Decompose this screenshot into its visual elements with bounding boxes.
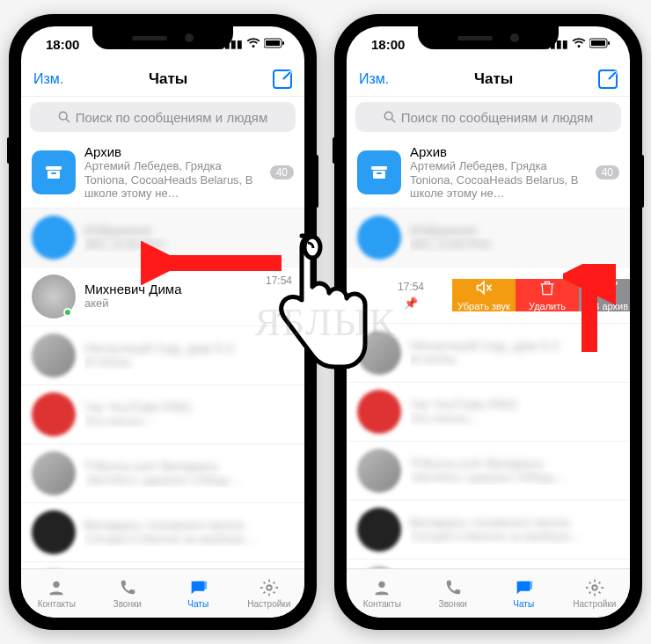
svg-rect-2 [282, 41, 284, 45]
tab-bar: Контакты Звонки Чаты Настройки [347, 568, 630, 618]
chat-list[interactable]: Архив Артемий Лебедев, Грядка Toniona, C… [21, 137, 304, 568]
svg-point-9 [267, 585, 272, 590]
avatar [32, 333, 76, 377]
avatar [357, 390, 401, 434]
svg-rect-11 [591, 40, 605, 46]
list-item[interactable]: Беларусь головного мозгаСегодня в Минске… [347, 501, 630, 560]
svg-point-21 [379, 582, 385, 588]
list-item[interactable]: Избранное IMG_0138.PNG [347, 209, 630, 267]
avatar [357, 567, 401, 568]
page-title: Чаты [149, 70, 187, 88]
search-placeholder: Поиск по сообщениям и людям [76, 110, 268, 125]
avatar [32, 510, 76, 554]
saved-icon [32, 216, 76, 260]
svg-rect-1 [266, 40, 280, 46]
wifi-icon [246, 38, 260, 51]
list-item[interactable]: Квартал Нескучный Сад, Нове…Тётя [21, 562, 304, 568]
archive-icon [32, 150, 76, 194]
svg-rect-5 [46, 166, 62, 170]
archive-icon [357, 150, 401, 194]
tab-settings[interactable]: Настройки [560, 569, 631, 618]
tab-contacts[interactable]: Контакты [21, 569, 92, 618]
search-icon [384, 111, 396, 123]
tab-settings[interactable]: Настройки [234, 569, 305, 618]
list-item[interactable]: Yar YouTube PROЭта писько… [347, 383, 630, 442]
archive-count-badge: 40 [596, 165, 619, 179]
tab-chats[interactable]: Чаты [488, 569, 560, 618]
tab-chats[interactable]: Чаты [163, 569, 234, 618]
nav-bar: Изм. Чаты [347, 62, 630, 97]
avatar [32, 392, 76, 436]
notch [92, 26, 233, 49]
wifi-icon [572, 38, 586, 51]
list-item[interactable]: Yar YouTube PROЭта писько… [21, 385, 304, 444]
list-item[interactable]: Квартал Нескучный Сад, Нове…Тётя [347, 560, 630, 568]
screen-left: 18:00 ▮▮▮▮ Изм. Чаты Поиск по сообщениям… [21, 26, 304, 618]
svg-rect-7 [51, 172, 56, 174]
swipe-mute-button[interactable]: Убрать звук [452, 279, 516, 311]
archive-count-badge: 40 [270, 165, 294, 179]
edit-button[interactable]: Изм. [33, 71, 63, 87]
svg-point-3 [59, 112, 67, 120]
battery-icon [589, 38, 611, 51]
list-item[interactable]: Беларусь головного мозгаСегодня в Минске… [21, 503, 304, 562]
archive-row[interactable]: Архив Артемий Лебедев, Грядка Toniona, C… [21, 137, 304, 209]
notch [418, 26, 559, 49]
avatar [32, 451, 76, 495]
archive-preview: Артемий Лебедев, Грядка Toniona, CocoaHe… [84, 159, 261, 201]
compose-icon[interactable] [598, 70, 618, 89]
svg-point-8 [54, 582, 60, 588]
svg-line-4 [66, 119, 69, 122]
tab-calls[interactable]: Звонки [92, 569, 164, 618]
search-placeholder: Поиск по сообщениям и людям [401, 110, 594, 125]
search-icon [58, 111, 70, 123]
edit-button[interactable]: Изм. [359, 71, 389, 87]
svg-rect-6 [48, 171, 60, 179]
pin-icon: 📌 [404, 296, 418, 310]
battery-icon [264, 38, 285, 51]
list-item[interactable]: Нескучный Сад, дом 5.3M Alexey [21, 326, 304, 385]
list-item[interactable]: Tribuna.com Беларусь«Витебск» удержал по… [347, 442, 630, 501]
search-input[interactable]: Поиск по сообщениям и людям [30, 102, 296, 132]
mute-icon [475, 279, 493, 296]
avatar [357, 449, 401, 493]
svg-rect-16 [373, 171, 385, 179]
svg-line-14 [391, 119, 395, 122]
status-time: 18:00 [46, 37, 79, 52]
svg-rect-17 [377, 172, 382, 174]
annotation-arrow-up [563, 264, 616, 361]
archive-preview: Артемий Лебедев, Грядка Toniona, CocoaHe… [410, 159, 587, 201]
svg-point-13 [384, 112, 392, 120]
archive-row[interactable]: Архив Артемий Лебедев, Грядка Toniona, C… [347, 137, 630, 209]
chat-subtitle: акей [84, 296, 294, 311]
svg-rect-15 [371, 166, 387, 170]
nav-bar: Изм. Чаты [21, 62, 304, 97]
status-time: 18:00 [371, 37, 405, 52]
archive-title: Архив [84, 144, 261, 159]
svg-point-22 [592, 585, 597, 590]
chat-time: 17:54 [398, 281, 424, 293]
trash-icon [538, 279, 556, 296]
online-dot [63, 308, 72, 317]
search-input[interactable]: Поиск по сообщениям и людям [355, 102, 621, 132]
annotation-finger-icon [264, 218, 369, 394]
tab-bar: Контакты Звонки Чаты Настройки [21, 568, 304, 618]
archive-title: Архив [410, 144, 587, 159]
compose-icon[interactable] [273, 70, 292, 89]
tab-calls[interactable]: Звонки [418, 569, 489, 618]
tab-contacts[interactable]: Контакты [347, 569, 418, 618]
list-item[interactable]: Tribuna.com Беларусь«Витебск» удержал по… [21, 444, 304, 503]
avatar [357, 508, 401, 552]
page-title: Чаты [474, 70, 513, 88]
svg-rect-12 [608, 41, 610, 45]
